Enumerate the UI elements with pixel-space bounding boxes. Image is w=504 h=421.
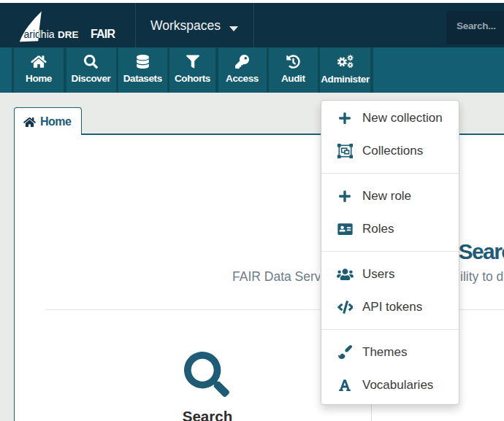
svg-text:FAIR: FAIR [91, 28, 115, 40]
svg-text:DRE: DRE [58, 29, 79, 40]
